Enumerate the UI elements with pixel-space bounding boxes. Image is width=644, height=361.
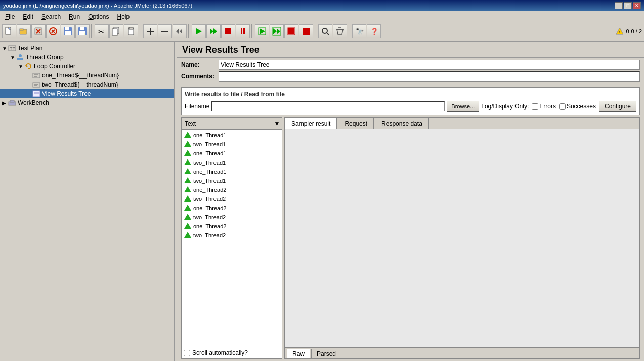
list-item[interactable]: one_Thread2 — [182, 185, 282, 194]
start-button[interactable] — [192, 24, 206, 38]
expand-workbench[interactable]: ▶ — [2, 100, 8, 106]
tree-item-thread-group[interactable]: ▼ Thread Group — [0, 53, 174, 62]
close-button[interactable]: ✕ — [633, 2, 641, 9]
clear-button[interactable] — [333, 24, 347, 38]
browse-button[interactable]: Browse... — [447, 101, 479, 112]
menu-file[interactable]: File — [2, 13, 18, 21]
copy-button[interactable] — [109, 24, 123, 38]
remote-stop-button[interactable] — [284, 24, 298, 38]
tree-label-loop-controller: Loop Controller — [34, 63, 75, 70]
result-icon-1 — [184, 131, 192, 139]
close-x-button[interactable] — [46, 24, 60, 38]
list-item[interactable]: two_Thread1 — [182, 140, 282, 149]
title-text: youdao.jmx (E:\xingnengceshi\youdao.jmx)… — [3, 3, 192, 9]
remote-start-all-button[interactable] — [270, 24, 284, 38]
stop-button[interactable] — [221, 24, 235, 38]
toggle-button[interactable] — [173, 24, 187, 38]
tree-item-loop-controller[interactable]: ▼ Loop Controller — [0, 62, 174, 71]
menu-edit[interactable]: Edit — [20, 13, 36, 21]
paste-button[interactable] — [124, 24, 138, 38]
minimize-button[interactable]: ─ — [615, 2, 623, 9]
remote-stop-all-button[interactable] — [299, 24, 313, 38]
expand-thread-group[interactable]: ▼ — [10, 55, 16, 60]
tree-item-workbench[interactable]: ▶ WorkBench — [0, 98, 174, 107]
tree-panel: ▼ TP Test Plan ▼ Thread Group ▼ Loop Con… — [0, 42, 175, 361]
list-item[interactable]: one_Thread1 — [182, 149, 282, 158]
tab-content — [285, 129, 639, 347]
comments-input[interactable] — [219, 71, 640, 82]
tab-sampler-result[interactable]: Sampler result — [285, 118, 337, 129]
expand-button[interactable] — [143, 24, 157, 38]
search-tb-button[interactable] — [318, 24, 332, 38]
filename-input[interactable] — [211, 101, 445, 111]
menu-help[interactable]: Help — [114, 13, 133, 21]
result-label: two_Thread2 — [193, 232, 226, 238]
svg-text:+: + — [84, 32, 86, 36]
result-icon-5 — [184, 168, 192, 176]
help-button[interactable]: ❓ — [367, 24, 381, 38]
menu-bar: File Edit Search Run Options Help — [0, 11, 644, 22]
svg-rect-55 — [33, 83, 40, 87]
tab-response-data[interactable]: Response data — [375, 118, 429, 129]
expand-loop-controller[interactable]: ▼ — [18, 64, 24, 69]
errors-checkbox[interactable] — [532, 103, 538, 110]
expand-test-plan[interactable]: ▼ — [2, 46, 8, 51]
result-icon-8 — [184, 195, 192, 203]
svg-rect-12 — [65, 31, 71, 35]
list-item[interactable]: two_Thread1 — [182, 176, 282, 185]
close-button-tb[interactable] — [31, 24, 46, 38]
write-results-section: Write results to file / Read from file F… — [181, 87, 640, 115]
results-header: Text ▼ — [182, 118, 282, 130]
save-as-button[interactable]: + — [75, 24, 90, 38]
list-item[interactable]: one_Thread2 — [182, 204, 282, 213]
list-item[interactable]: two_Thread2 — [182, 213, 282, 222]
menu-run[interactable]: Run — [66, 13, 83, 21]
result-label: two_Thread1 — [193, 141, 226, 147]
log-display-row: Log/Display Only: Errors Successes Confi… — [481, 101, 636, 112]
tree-item-test-plan[interactable]: ▼ TP Test Plan — [0, 44, 174, 53]
start-no-pause-button[interactable] — [206, 24, 221, 38]
errors-label[interactable]: Errors — [532, 103, 556, 110]
tab-parsed[interactable]: Parsed — [311, 349, 341, 358]
function-helper-button[interactable]: 🔭 — [352, 24, 366, 38]
svg-rect-28 — [225, 28, 231, 34]
list-item[interactable]: two_Thread2 — [182, 231, 282, 240]
results-right-panel: Sampler result Request Response data Raw… — [284, 117, 640, 359]
tab-raw[interactable]: Raw — [287, 349, 310, 358]
tab-request[interactable]: Request — [338, 118, 374, 129]
tree-label-thread-group: Thread Group — [26, 54, 64, 61]
open-button[interactable] — [17, 24, 31, 38]
tree-item-one-thread[interactable]: one_Thread${__threadNum} — [0, 71, 174, 80]
new-button[interactable] — [2, 24, 16, 38]
result-label: one_Thread1 — [193, 169, 226, 175]
name-input[interactable] — [219, 60, 640, 70]
menu-options[interactable]: Options — [85, 13, 112, 21]
configure-button[interactable]: Configure — [599, 101, 636, 112]
remote-start-button[interactable] — [255, 24, 269, 38]
tree-label-one-thread: one_Thread${__threadNum} — [42, 72, 119, 79]
menu-search[interactable]: Search — [38, 13, 64, 21]
result-icon-6 — [184, 177, 192, 185]
shutdown-button[interactable] — [236, 24, 250, 38]
results-dropdown-arrow[interactable]: ▼ — [272, 118, 282, 129]
list-item[interactable]: one_Thread2 — [182, 222, 282, 231]
svg-rect-50 — [17, 58, 23, 60]
successes-label[interactable]: Successes — [559, 103, 596, 110]
tree-item-two-thread[interactable]: two_Thread${__threadNum} — [0, 80, 174, 89]
scroll-checkbox[interactable] — [184, 350, 190, 356]
list-item[interactable]: two_Thread2 — [182, 194, 282, 204]
tree-item-view-results-tree[interactable]: View Results Tree — [0, 89, 174, 98]
collapse-button[interactable] — [158, 24, 172, 38]
cut-button[interactable]: ✂ — [95, 24, 109, 38]
successes-checkbox[interactable] — [559, 103, 566, 110]
tabs-area: Sampler result Request Response data — [285, 118, 639, 129]
maximize-button[interactable]: □ — [624, 2, 632, 9]
result-icon-9 — [184, 204, 192, 212]
list-item[interactable]: one_Thread1 — [182, 131, 282, 140]
results-list[interactable]: one_Thread1 two_Thread1 one_Thread1 two_… — [182, 130, 282, 347]
svg-marker-25 — [196, 28, 202, 34]
result-label: two_Thread1 — [193, 159, 226, 166]
list-item[interactable]: two_Thread1 — [182, 158, 282, 167]
list-item[interactable]: one_Thread1 — [182, 167, 282, 176]
save-button[interactable] — [61, 24, 75, 38]
